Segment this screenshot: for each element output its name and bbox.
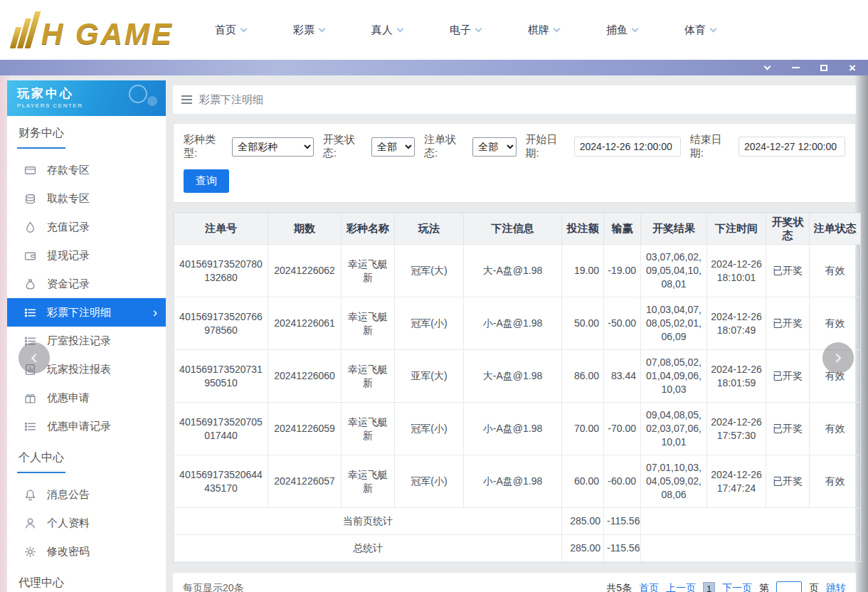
end-date-input[interactable] bbox=[739, 137, 845, 157]
nav-item-fishing[interactable]: 捕鱼 bbox=[606, 23, 637, 37]
page: H GAME 首页彩票真人电子棋牌捕鱼体育 × 玩家中心 PLAYERS CEN… bbox=[0, 0, 868, 592]
sidebar: 玩家中心 PLAYERS CENTER 财务中心存款专区取款专区充值记录提现记录… bbox=[7, 80, 166, 592]
window-maximize-button[interactable] bbox=[818, 62, 830, 73]
section-title-agent-center: 代理中心 bbox=[17, 576, 156, 592]
draw-status-select[interactable]: 全部 bbox=[371, 137, 415, 157]
sidebar-subtitle: PLAYERS CENTER bbox=[17, 102, 156, 109]
summary-empty-cell bbox=[641, 508, 861, 535]
nav-item-sports[interactable]: 体育 bbox=[684, 23, 716, 37]
sidebar-item-recharge-records[interactable]: 充值记录 bbox=[7, 213, 166, 241]
prev-page-link[interactable]: 上一页 bbox=[666, 582, 696, 592]
nav-item-home[interactable]: 首页 bbox=[215, 23, 246, 37]
bet-table: 注单号期数彩种名称玩法下注信息投注额输赢开奖结果下注时间开奖状态注单状态 401… bbox=[174, 213, 861, 562]
sidebar-item-change-password[interactable]: 修改密码 bbox=[7, 537, 166, 566]
menu-toggle-icon[interactable] bbox=[181, 95, 192, 104]
nav-item-lottery[interactable]: 彩票 bbox=[293, 23, 324, 37]
chevron-down-icon bbox=[475, 25, 482, 32]
table-cell: 幸运飞艇新 bbox=[342, 297, 395, 350]
sidebar-item-promo-apply-records[interactable]: 优惠申请记录 bbox=[7, 412, 166, 440]
carousel-next-button[interactable]: › bbox=[822, 342, 854, 374]
breadcrumb: 彩票下注明细 bbox=[173, 85, 856, 114]
chevron-down-icon bbox=[632, 25, 639, 32]
bubble-decoration bbox=[129, 85, 147, 103]
app-body: 玩家中心 PLAYERS CENTER 财务中心存款专区取款专区充值记录提现记录… bbox=[0, 75, 868, 592]
page-title: 彩票下注明细 bbox=[199, 93, 263, 107]
user-icon bbox=[24, 517, 36, 529]
chevron-down-icon bbox=[397, 25, 404, 32]
table-row: 40156917352064443517020241226057幸运飞艇新冠军(… bbox=[174, 455, 861, 508]
table-cell: 07,01,10,03,04,05,09,02,08,06 bbox=[641, 455, 707, 508]
nav-item-slots[interactable]: 电子 bbox=[450, 23, 481, 37]
summary-win-loss: -115.56 bbox=[604, 535, 641, 562]
sidebar-item-funds-records[interactable]: 资金记录 bbox=[7, 270, 166, 298]
window-collapse-button[interactable] bbox=[761, 62, 773, 73]
filter-panel: 彩种类型: 全部彩种 开奖状态: 全部 注单状态: 全部 开始日期: 结束日期:… bbox=[173, 123, 856, 203]
gear-icon bbox=[24, 546, 36, 558]
sidebar-item-profile[interactable]: 个人资料 bbox=[7, 509, 166, 537]
jump-button[interactable]: 跳转 bbox=[826, 582, 846, 592]
sidebar-item-withdraw-zone[interactable]: 取款专区 bbox=[7, 184, 166, 213]
lottery-type-select[interactable]: 全部彩种 bbox=[232, 137, 313, 157]
sidebar-item-label: 优惠申请记录 bbox=[47, 420, 111, 433]
table-cell: 401569173520644435170 bbox=[174, 455, 268, 508]
current-page[interactable]: 1 bbox=[703, 582, 715, 592]
window-titlebar: × bbox=[0, 60, 868, 75]
carousel-prev-button[interactable]: ‹ bbox=[18, 342, 50, 374]
table-cell: 大-A盘@1.98 bbox=[464, 350, 562, 403]
sidebar-item-promo-apply[interactable]: 优惠申请 bbox=[7, 384, 166, 412]
table-cell: 2024-12-26 18:01:59 bbox=[707, 350, 766, 403]
column-header: 彩种名称 bbox=[342, 213, 395, 245]
sidebar-header: 玩家中心 PLAYERS CENTER bbox=[7, 80, 166, 116]
table-cell: 401569173520705017440 bbox=[174, 403, 268, 455]
table-cell: 86.00 bbox=[562, 350, 604, 403]
summary-empty-cell bbox=[641, 535, 861, 562]
filter-row: 彩种类型: 全部彩种 开奖状态: 全部 注单状态: 全部 开始日期: 结束日期: bbox=[184, 133, 845, 160]
chevron-down-icon bbox=[763, 63, 771, 70]
order-status-select[interactable]: 全部 bbox=[472, 137, 516, 157]
logo-icon bbox=[13, 11, 36, 48]
table-cell: 幸运飞艇新 bbox=[342, 403, 395, 455]
sidebar-item-announcements[interactable]: 消息公告 bbox=[7, 480, 166, 509]
table-cell: 幸运飞艇新 bbox=[342, 455, 395, 508]
chevron-down-icon bbox=[710, 25, 717, 32]
table-cell: 冠军(小) bbox=[395, 403, 464, 455]
first-page-link[interactable]: 首页 bbox=[639, 582, 659, 592]
table-cell: 401569173520766978560 bbox=[174, 297, 268, 350]
top-nav: 首页彩票真人电子棋牌捕鱼体育 bbox=[215, 23, 716, 37]
start-date-input[interactable] bbox=[574, 137, 681, 157]
sidebar-item-label: 充值记录 bbox=[47, 221, 90, 234]
table-cell: 19.00 bbox=[562, 245, 604, 297]
table-cell: 09,04,08,05,02,03,07,06,10,01 bbox=[641, 403, 707, 455]
jump-page-input[interactable] bbox=[776, 581, 802, 592]
sidebar-item-lottery-bet-details[interactable]: 彩票下注明细› bbox=[7, 298, 166, 327]
summary-bet-total: 285.00 bbox=[562, 535, 604, 562]
window-minimize-button[interactable] bbox=[790, 62, 801, 73]
sidebar-item-label: 取款专区 bbox=[47, 192, 90, 206]
window-close-button[interactable]: × bbox=[847, 62, 858, 73]
nav-item-board-games[interactable]: 棋牌 bbox=[528, 23, 559, 37]
current-page-summary-row: 当前页统计285.00-115.56 bbox=[174, 508, 861, 535]
table-cell: 已开奖 bbox=[766, 455, 810, 508]
table-cell: 已开奖 bbox=[766, 350, 810, 403]
nav-item-label: 棋牌 bbox=[528, 23, 549, 37]
table-row: 40156917352076697856020241226061幸运飞艇新冠军(… bbox=[174, 297, 861, 350]
jump-prefix: 第 bbox=[759, 582, 769, 592]
pagination-bar: 每页显示20条 共5条 首页 上一页 1 下一页 第 页 跳转 bbox=[173, 573, 856, 592]
column-header: 输赢 bbox=[604, 213, 641, 245]
table-cell: 有效 bbox=[810, 455, 861, 508]
sidebar-item-label: 玩家投注报表 bbox=[47, 363, 111, 376]
sidebar-item-deposit-zone[interactable]: 存款专区 bbox=[7, 156, 166, 184]
sidebar-item-label: 优惠申请 bbox=[47, 391, 90, 405]
table-cell: 冠军(小) bbox=[395, 455, 464, 508]
chevron-down-icon bbox=[554, 25, 561, 32]
table-cell: 07,08,05,02,01,04,09,06,10,03 bbox=[641, 350, 707, 403]
table-cell: 2024-12-26 18:07:49 bbox=[707, 297, 766, 350]
logo[interactable]: H GAME bbox=[13, 11, 174, 48]
next-page-link[interactable]: 下一页 bbox=[722, 582, 752, 592]
coins-icon bbox=[24, 193, 36, 205]
sidebar-item-withdrawal-records[interactable]: 提现记录 bbox=[7, 241, 166, 270]
jump-suffix: 页 bbox=[809, 582, 819, 592]
table-cell: 小-A盘@1.98 bbox=[464, 455, 562, 508]
search-button[interactable]: 查询 bbox=[184, 169, 229, 193]
nav-item-live[interactable]: 真人 bbox=[371, 23, 403, 37]
